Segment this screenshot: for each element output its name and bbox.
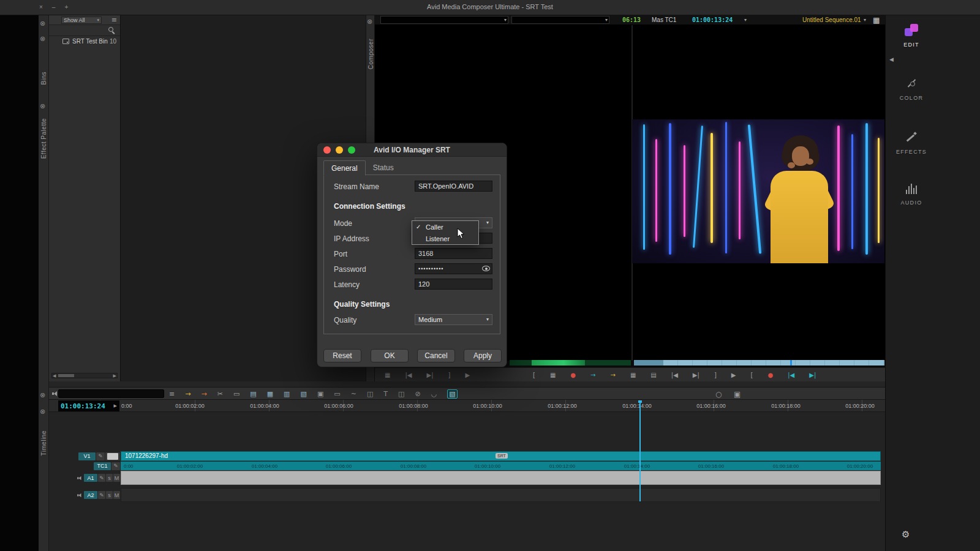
title-tool-icon[interactable]: T — [383, 390, 388, 398]
timeline-clip-v1[interactable]: 1071226297-hd SRT — [121, 451, 881, 461]
track-selector-a1[interactable]: A1 — [84, 474, 97, 482]
pencil-icon[interactable]: ✎ — [96, 452, 105, 460]
render-ranges-icon[interactable]: ⊘ — [415, 390, 420, 398]
mark-out-icon[interactable]: ] — [448, 372, 451, 378]
password-field[interactable] — [415, 263, 492, 274]
overwrite-icon[interactable]: → — [201, 390, 206, 398]
splice-in-icon[interactable]: → — [590, 372, 595, 378]
waveform-icon[interactable]: ~ — [351, 390, 356, 398]
mark-in-icon[interactable]: [ — [751, 372, 753, 378]
add-edit-icon[interactable]: ✂ — [217, 390, 223, 398]
grid-view-icon[interactable]: ▦ — [873, 17, 880, 24]
segment-extract-icon[interactable]: ▦ — [267, 390, 273, 398]
segment-lift-icon[interactable]: ▤ — [250, 390, 256, 398]
speaker-icon[interactable] — [77, 493, 83, 498]
search-icon[interactable] — [108, 27, 115, 34]
source-clip-dropdown[interactable]: ▾ — [380, 16, 508, 24]
workspace-edit[interactable]: EDIT — [889, 24, 933, 62]
position-indicator[interactable] — [790, 360, 792, 365]
tab-general[interactable]: General — [323, 160, 366, 176]
track-selector-tc1[interactable]: TC1 — [94, 462, 111, 470]
bin-list-item[interactable]: SRT Test Bin 10 — [49, 36, 120, 47]
bin-menu-icon[interactable]: ≡ — [111, 17, 117, 23]
grid-icon[interactable]: ▦ — [550, 372, 556, 378]
mixer-icon[interactable]: ◫ — [398, 390, 404, 398]
trim-tool-icon[interactable]: ▭ — [233, 390, 239, 398]
snap-toggle-icon[interactable]: ▧ — [447, 389, 457, 399]
mute-button[interactable]: M — [113, 474, 120, 482]
pencil-icon[interactable]: ✎ — [98, 474, 105, 482]
dialog-close-button[interactable] — [323, 146, 331, 154]
splice-in-icon[interactable]: → — [185, 390, 190, 398]
bin-filter-dropdown[interactable]: Show All ▾ — [61, 17, 102, 24]
step-back-icon[interactable]: |◀ — [671, 372, 678, 378]
close-panel-icon[interactable]: ⊗ — [40, 408, 45, 415]
motion-curve-icon[interactable]: ◡ — [431, 390, 437, 398]
close-panel-icon[interactable]: ⊗ — [367, 18, 372, 25]
speaker-icon[interactable] — [77, 476, 83, 481]
tab-effect-palette[interactable]: Effect Palette — [40, 118, 47, 159]
go-to-start-icon[interactable]: |◀ — [788, 372, 794, 378]
source-tracking-dropdown[interactable]: ▾ — [511, 16, 609, 24]
mark-out-icon[interactable]: ] — [714, 372, 717, 378]
pencil-icon[interactable]: ✎ — [111, 462, 120, 470]
record-icon[interactable]: ● — [767, 372, 773, 378]
timeline-ruler[interactable]: 01:00:13:24 ▶ 0:00 01:00:02:00 01:00:04:… — [49, 400, 885, 412]
timeline-menu-icon[interactable]: ≡ — [169, 390, 175, 398]
quality-select[interactable]: Medium ▾ — [415, 314, 492, 325]
close-panel-icon[interactable]: ⊗ — [40, 103, 45, 110]
stream-name-field[interactable] — [415, 181, 492, 192]
mark-in-icon[interactable]: [ — [533, 372, 535, 378]
ok-button[interactable]: OK — [371, 349, 409, 362]
grid-icon[interactable]: ▦ — [385, 372, 390, 378]
step-back-icon[interactable]: |◀ — [405, 372, 412, 378]
overwrite-icon[interactable]: → — [610, 372, 615, 378]
effect-mode-icon[interactable]: ◫ — [367, 390, 373, 398]
find-frame-icon[interactable]: ▭ — [334, 390, 340, 398]
record-position-bar[interactable] — [634, 360, 884, 365]
close-panel-icon[interactable]: ⊗ — [40, 36, 45, 42]
monitor-icon[interactable] — [105, 452, 120, 460]
mode-option-listener[interactable]: Listener — [412, 233, 478, 244]
close-panel-icon[interactable]: ⊗ — [40, 392, 45, 399]
dialog-zoom-button[interactable] — [348, 146, 355, 154]
segment-splice-icon[interactable]: ▧ — [301, 390, 307, 398]
dialog-minimize-button[interactable] — [336, 146, 343, 154]
scroll-right-icon[interactable]: ▶ — [113, 373, 116, 378]
match-frame-icon[interactable]: ▣ — [317, 390, 323, 398]
grid-icon[interactable]: ▦ — [630, 372, 636, 378]
scroll-left-icon[interactable]: ◀ — [53, 373, 56, 378]
tab-status[interactable]: Status — [366, 160, 401, 175]
play-icon[interactable]: ▶ — [465, 372, 470, 378]
timeline-track-a2-empty[interactable] — [121, 488, 881, 502]
record-icon[interactable]: ● — [570, 372, 576, 378]
cancel-button[interactable]: Cancel — [417, 349, 455, 362]
chevron-down-icon[interactable]: ▾ — [864, 18, 866, 23]
tab-composer[interactable]: Composer — [368, 39, 374, 69]
source-position-bar[interactable] — [510, 360, 631, 365]
latency-field[interactable] — [415, 279, 492, 290]
play-small-icon[interactable]: ▶ — [114, 404, 117, 408]
pencil-icon[interactable]: ✎ — [98, 491, 105, 499]
gear-icon[interactable]: ⚙ — [902, 530, 910, 539]
go-to-end-icon[interactable]: ▶| — [809, 372, 816, 378]
mode-option-caller[interactable]: ✓ Caller — [412, 221, 478, 233]
step-forward-icon[interactable]: ▶| — [427, 372, 434, 378]
playhead[interactable] — [639, 400, 641, 501]
clip-marker[interactable]: SRT — [496, 453, 508, 459]
play-icon[interactable]: ▶ — [731, 372, 736, 378]
chevron-down-icon[interactable]: ▾ — [744, 18, 747, 23]
bin-horizontal-scrollbar[interactable]: ◀ ▶ — [51, 373, 118, 378]
close-panel-icon[interactable]: ⊗ — [40, 20, 45, 27]
apply-button[interactable]: Apply — [464, 349, 502, 362]
workspace-audio[interactable]: AUDIO — [889, 184, 933, 222]
grid-alt-icon[interactable]: ▤ — [650, 372, 656, 378]
show-password-eye-icon[interactable] — [482, 266, 490, 271]
mute-button[interactable]: M — [113, 491, 120, 499]
track-selector-a2[interactable]: A2 — [84, 491, 97, 499]
reset-button[interactable]: Reset — [323, 349, 361, 362]
workspace-color[interactable]: COLOR — [889, 77, 933, 115]
focus-icon[interactable]: ○ — [715, 391, 722, 398]
solo-button[interactable]: s — [106, 491, 113, 499]
timeline-clip-a1[interactable] — [121, 471, 881, 485]
